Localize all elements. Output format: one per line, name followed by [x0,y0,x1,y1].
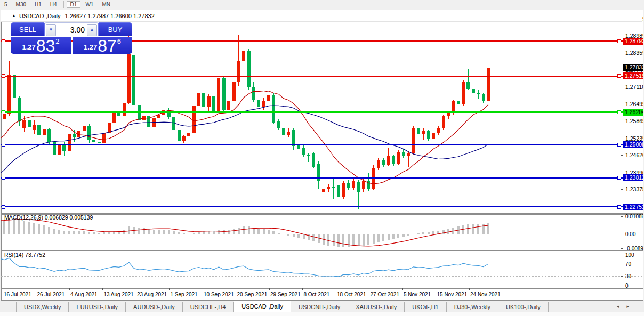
tabs-scroll-left-icon[interactable]: ◂ [617,304,627,309]
svg-text:1.25008: 1.25008 [625,141,643,148]
volume-increase-button[interactable]: ▲ [87,24,97,36]
tab-eurusd-daily[interactable]: EURUSD-,Daily [69,302,126,312]
volume-spinner: ▼ ▲ [45,22,98,37]
tab-usdx-weekly[interactable]: USDX,Weekly [16,302,69,312]
chart-symbol-label: USDCAD-,Daily [19,13,61,19]
svg-text:1.26495: 1.26495 [625,101,643,107]
tab-audusd-daily[interactable]: AUDUSD-,Daily [126,302,183,312]
date-axis: 16 Jul 202126 Jul 20214 Aug 202113 Aug 2… [3,288,501,297]
buy-price-main: 87 [98,39,117,53]
tabs-scroll-right-icon[interactable]: ▸ [626,304,637,309]
svg-text:1.23812: 1.23812 [625,174,643,181]
tf-button-w1[interactable]: W1 [82,1,97,8]
toolbar-separator [63,1,64,8]
svg-text:1.27110: 1.27110 [625,84,643,90]
sell-price-main: 83 [36,39,55,53]
svg-text:5 Nov 2021: 5 Nov 2021 [404,291,431,297]
svg-text:1.25235: 1.25235 [625,135,643,142]
status-strip [0,312,644,316]
svg-text:8 Oct 2021: 8 Oct 2021 [304,291,330,297]
tab-usdchf-h4[interactable]: USDCHF-,H4 [183,302,234,312]
tf-button-mn[interactable]: MN [98,1,114,8]
svg-text:1.25865: 1.25865 [625,118,643,124]
sell-price-prefix: 1.27 [22,43,35,51]
svg-text:10 Sep 2021: 10 Sep 2021 [204,291,234,297]
caret-down-icon: ▼ [49,27,53,32]
svg-text:1.24620: 1.24620 [625,152,643,158]
rsi-indicator: 10070300RSI(14) 73.7752 [1,252,643,289]
tf-button-h1[interactable]: H1 [31,1,45,8]
tab-ukoil-h1[interactable]: UKOil-,H1 [405,302,447,312]
collapse-triangle-icon[interactable]: ▲ [12,13,16,18]
svg-text:20 Sep 2021: 20 Sep 2021 [237,291,268,297]
svg-text:100: 100 [625,252,634,258]
tab-usdcad-daily[interactable]: USDCAD-,Daily [234,301,291,312]
svg-text:13 Aug 2021: 13 Aug 2021 [104,291,134,297]
svg-text:1.23375: 1.23375 [625,186,643,192]
tab-xauusd-daily[interactable]: XAUUSD-,Daily [348,302,405,312]
one-click-trading-panel: SELL ▼ ▲ BUY 1.27 83 2 1.27 87 6 [11,22,132,54]
sell-price-pipette: 2 [55,37,59,45]
svg-text:1.28792: 1.28792 [625,38,643,44]
svg-text:0: 0 [625,283,629,289]
tab-dj30-weekly[interactable]: DJ30-,Weekly [447,302,498,312]
buy-price-display[interactable]: 1.27 87 6 [73,37,132,54]
svg-text:16 Jul 2021: 16 Jul 2021 [4,291,31,297]
svg-text:MACD(12,26,9) 0.006829 0.00513: MACD(12,26,9) 0.006829 0.005139 [4,214,93,221]
buy-price-pipette: 6 [117,37,121,45]
toolbar-separator [117,1,117,8]
tf-button-h4[interactable]: H4 [46,1,61,8]
svg-text:1 Sep 2021: 1 Sep 2021 [171,291,198,297]
svg-text:0.010869: 0.010869 [625,214,643,220]
svg-text:27 Oct 2021: 27 Oct 2021 [371,291,400,297]
sell-button[interactable]: SELL [11,22,45,36]
support-resistance-lines[interactable] [1,39,623,208]
tf-button-m5[interactable]: 5 [1,1,11,8]
svg-text:1.28355: 1.28355 [625,50,643,56]
macd-indicator: 0.0108690.00-0.008974MACD(12,26,9) 0.006… [1,214,643,252]
svg-text:-0.008974: -0.008974 [625,246,643,252]
svg-text:70: 70 [625,261,632,267]
svg-text:1.26204: 1.26204 [625,109,643,115]
buy-price-prefix: 1.27 [84,43,97,51]
svg-text:29 Sep 2021: 29 Sep 2021 [270,291,301,297]
buy-button[interactable]: BUY [98,22,132,36]
svg-text:1.27519: 1.27519 [625,72,643,79]
chart-title-bar: ▲ USDCAD-,Daily 1.26627 1.27987 1.26600 … [1,10,642,22]
svg-text:RSI(14) 73.7752: RSI(14) 73.7752 [4,252,45,258]
svg-text:24 Nov 2021: 24 Nov 2021 [470,291,501,297]
caret-up-icon: ▲ [90,27,94,32]
volume-decrease-button[interactable]: ▼ [46,24,56,36]
tab-uk100-daily[interactable]: UK100-,Daily [498,302,549,312]
volume-input[interactable] [56,24,87,36]
chart-ohlc-values: 1.26627 1.27987 1.26600 1.27832 [65,13,155,19]
svg-text:1.22751: 1.22751 [625,204,643,210]
svg-text:23 Aug 2021: 23 Aug 2021 [137,291,167,297]
svg-text:1.27832: 1.27832 [625,64,643,70]
tab-usdcnh-daily[interactable]: USDCNH-,Daily [291,302,348,312]
svg-text:26 Jul 2021: 26 Jul 2021 [37,291,65,297]
svg-text:30: 30 [625,273,632,279]
timeframe-toolbar: 5 M30 H1 H4 D1 W1 MN [0,0,644,9]
tf-button-d1[interactable]: D1 [67,1,81,8]
svg-text:0.00: 0.00 [625,231,636,237]
svg-text:4 Aug 2021: 4 Aug 2021 [70,291,98,297]
sell-price-display[interactable]: 1.27 83 2 [11,37,71,54]
tf-button-m30[interactable]: M30 [12,1,30,8]
svg-text:18 Oct 2021: 18 Oct 2021 [337,291,366,297]
svg-text:15 Nov 2021: 15 Nov 2021 [437,291,468,297]
chart-tab-bar: USDX,Weekly EURUSD-,Daily AUDUSD-,Daily … [0,301,644,312]
